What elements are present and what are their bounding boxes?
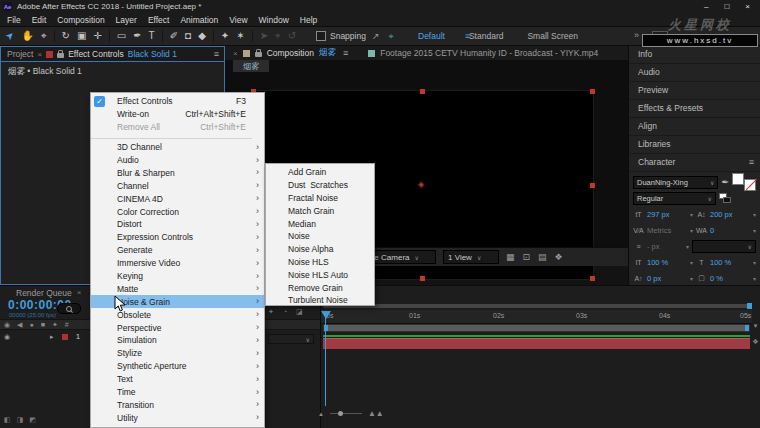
timeline-switch-icon[interactable]: ◔ <box>283 308 287 316</box>
chevron-down-icon[interactable]: ▾ <box>690 211 693 218</box>
fill-stroke-swatches[interactable] <box>732 173 756 191</box>
crosshair-icon[interactable]: ⌖ <box>389 31 394 42</box>
tool-icon[interactable]: ↺ <box>288 31 296 41</box>
view-layout-select[interactable]: 1 View ∨ <box>443 250 499 264</box>
work-area-bar[interactable] <box>323 324 750 332</box>
context-menu-item[interactable]: Generate <box>91 244 264 257</box>
workspace-menu-icon[interactable]: ≡ <box>465 31 470 41</box>
panel-menu-icon[interactable]: ≡ <box>749 154 760 171</box>
horizontal-scale-value[interactable]: 100 % <box>710 258 731 267</box>
dock-panel-tab[interactable]: Info <box>629 46 760 64</box>
timeline-search-input[interactable] <box>57 303 81 314</box>
tool-icon[interactable]: ▭ <box>117 31 126 41</box>
tsume-value[interactable]: - px <box>647 242 660 251</box>
menubar-item[interactable]: Edit <box>32 15 47 25</box>
context-menu-item[interactable]: Immersive Video <box>91 257 264 270</box>
composition-close-icon[interactable]: × <box>233 49 238 58</box>
menubar-item[interactable]: View <box>229 15 247 25</box>
submenu-item[interactable]: Match Grain <box>266 204 374 217</box>
submenu-item[interactable]: Turbulent Noise <box>266 294 374 307</box>
context-menu-item[interactable]: Transition <box>91 398 264 411</box>
kerning-value[interactable]: Metrics <box>647 226 671 235</box>
snapping-checkbox[interactable] <box>316 31 326 41</box>
panel-menu-icon[interactable]: ≡ <box>343 48 353 58</box>
layer-mode-select[interactable]: ∨ <box>268 334 314 344</box>
timeline-edge-icon[interactable]: ▾ <box>754 322 758 330</box>
layer-expand-icon[interactable]: ▸ <box>50 333 54 341</box>
chevron-down-icon[interactable]: ▾ <box>690 227 693 234</box>
dock-panel-tab[interactable]: Align <box>629 118 760 136</box>
dock-panel-tab[interactable]: Effects & Presets <box>629 100 760 118</box>
timeline-toggle-icon[interactable]: ◩ <box>29 416 36 424</box>
viewer-option-icon[interactable]: ⊡ <box>523 252 531 262</box>
playhead-handle[interactable] <box>321 311 331 319</box>
layer-color-swatch[interactable] <box>62 334 68 340</box>
column-header-icon[interactable]: ■ <box>41 321 45 328</box>
tool-icon[interactable]: ◘ <box>185 31 191 41</box>
tool-icon[interactable]: ✋ <box>21 31 33 41</box>
menubar-item[interactable]: Effect <box>148 15 170 25</box>
column-header-icon[interactable]: # <box>65 321 69 328</box>
tool-icon[interactable] <box>252 30 253 42</box>
render-queue-close-icon[interactable]: × <box>77 288 82 298</box>
chevron-down-icon[interactable]: ▾ <box>690 259 693 266</box>
anchor-point-icon[interactable]: ◈ <box>418 180 424 189</box>
context-menu-item[interactable]: Effect Controls F3 <box>91 95 264 108</box>
chevron-down-icon[interactable]: ▾ <box>690 275 693 282</box>
align-icon[interactable]: ↗ <box>372 31 380 41</box>
viewer-option-icon[interactable]: ▤ <box>538 252 547 262</box>
font-style-select[interactable]: Regular∨ <box>633 192 716 205</box>
viewer-tab[interactable]: 烟雾 <box>233 60 269 72</box>
context-menu-item[interactable]: CINEMA 4D <box>91 192 264 205</box>
font-size-value[interactable]: 297 px <box>647 210 670 219</box>
tool-icon[interactable]: ⌖ <box>41 31 47 41</box>
submenu-item[interactable]: Remove Grain <box>266 281 374 294</box>
workspace-overflow-button[interactable]: » <box>634 30 639 40</box>
context-menu-item[interactable]: Synthetic Aperture <box>91 360 264 373</box>
submenu-item[interactable]: Noise Alpha <box>266 243 374 256</box>
black-white-swatch[interactable] <box>719 193 731 203</box>
submenu-item[interactable]: Median <box>266 217 374 230</box>
baseline-shift-value[interactable]: 0 px <box>647 274 661 283</box>
chevron-down-icon[interactable]: ▾ <box>686 243 689 250</box>
eyedropper-icon[interactable]: ✒ <box>721 177 729 187</box>
context-menu-item[interactable]: Distort <box>91 218 264 231</box>
chevron-down-icon[interactable]: ▾ <box>753 227 756 234</box>
zoom-in-icon[interactable]: ▲▲ <box>368 409 384 418</box>
maximize-button[interactable]: □ <box>724 2 729 11</box>
dock-panel-tab[interactable]: Libraries <box>629 136 760 154</box>
tool-icon[interactable] <box>213 30 214 42</box>
context-menu-item[interactable]: Perspective <box>91 321 264 334</box>
context-menu-item[interactable]: Time <box>91 386 264 399</box>
tool-icon[interactable] <box>54 30 55 42</box>
tool-icon[interactable]: ✐ <box>170 31 178 41</box>
tool-icon[interactable] <box>162 30 163 42</box>
submenu-item[interactable]: Fractal Noise <box>266 192 374 205</box>
timeline-switch-icon[interactable]: ✦ <box>268 308 274 316</box>
viewer-option-icon[interactable]: ▦ <box>506 252 515 262</box>
workspace-tab[interactable]: Default <box>418 31 445 41</box>
navigator-handle[interactable] <box>747 303 752 309</box>
lock-icon[interactable] <box>57 53 64 58</box>
leading-value[interactable]: 200 px <box>710 210 733 219</box>
tab-project[interactable]: Project <box>7 49 33 59</box>
context-menu-item[interactable]: Simulation <box>91 334 264 347</box>
zoom-slider[interactable] <box>330 413 362 414</box>
tool-icon[interactable]: ✒ <box>133 31 141 41</box>
tool-icon[interactable]: ↻ <box>62 31 70 41</box>
menubar-item[interactable]: Window <box>259 15 289 25</box>
character-extra-select[interactable]: ∨ <box>692 240 756 253</box>
character-panel-header[interactable]: Character ≡ <box>629 154 760 172</box>
context-menu-item[interactable]: Color Correction <box>91 205 264 218</box>
timeline-edge-icon[interactable]: ❖ <box>752 338 758 346</box>
column-header-icon[interactable]: ◉ <box>4 321 10 329</box>
tracking-value[interactable]: 0 <box>710 226 714 235</box>
context-menu-item[interactable]: Channel <box>91 179 264 192</box>
context-menu-item[interactable]: Remove All Ctrl+Shift+E <box>91 121 264 134</box>
timeline-navigator[interactable] <box>323 304 750 308</box>
column-header-icon[interactable]: ● <box>30 321 34 328</box>
tool-icon[interactable]: ⌖ <box>275 31 281 41</box>
submenu-item[interactable]: Noise <box>266 230 374 243</box>
context-menu-item[interactable]: Keying <box>91 270 264 283</box>
chevron-down-icon[interactable]: ▾ <box>753 275 756 282</box>
